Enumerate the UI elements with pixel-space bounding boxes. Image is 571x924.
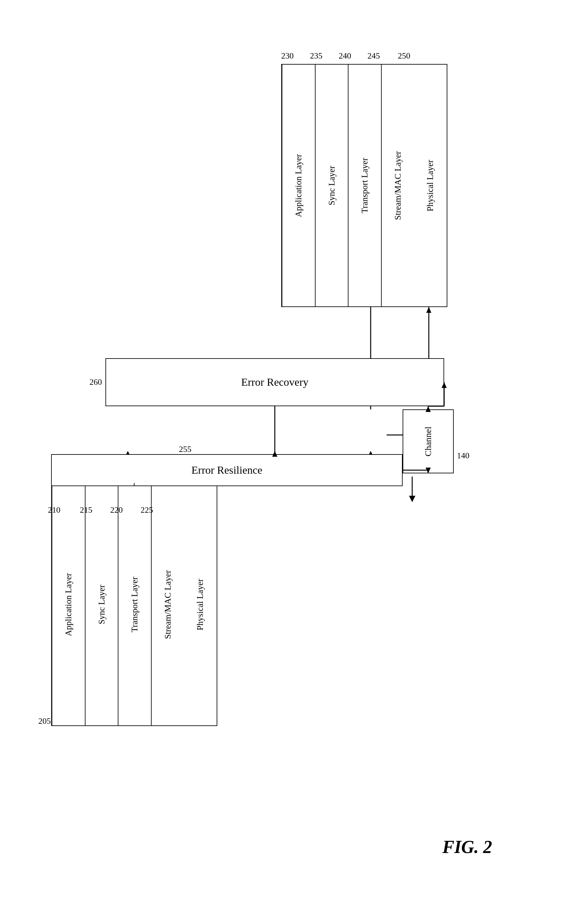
right-stack: Application Layer Sync Layer Transport L… <box>281 64 448 307</box>
channel-box: Channel <box>403 409 454 474</box>
error-resilience-id: 255 <box>179 444 191 454</box>
channel-id: 140 <box>457 451 469 461</box>
right-layer-transport: Transport Layer <box>348 65 381 306</box>
left-stack: Application Layer Sync Layer Transport L… <box>51 483 217 726</box>
right-layer-application: Application Layer <box>282 65 315 306</box>
right-stack-id: 230 <box>281 51 294 61</box>
left-layer-physical: Physical Layer <box>184 484 217 725</box>
left-layer-transport: Transport Layer <box>118 484 151 725</box>
right-layer-stream-mac: Stream/MAC Layer <box>381 65 414 306</box>
svg-marker-14 <box>426 307 431 313</box>
error-recovery-box: Error Recovery <box>105 358 444 406</box>
right-layer-sync: Sync Layer <box>315 65 348 306</box>
left-layer-sync: Sync Layer <box>85 484 118 725</box>
left-layer-210-label: 210 <box>48 505 60 515</box>
svg-marker-12 <box>409 496 415 502</box>
right-layer-physical: Physical Layer <box>414 65 447 306</box>
right-layer-250-label: 250 <box>398 51 410 61</box>
right-layer-240-label: 240 <box>339 51 351 61</box>
error-resilience-box: Error Resilience <box>51 454 403 486</box>
left-layer-220-label: 220 <box>110 505 123 515</box>
right-layer-235-label: 235 <box>310 51 323 61</box>
left-layer-215-label: 215 <box>80 505 93 515</box>
figure-label: FIG. 2 <box>442 837 492 857</box>
left-stack-id: 205 <box>39 717 51 726</box>
diagram-container: 205 Application Layer Sync Layer Transpo… <box>19 19 549 883</box>
right-layer-245-label: 245 <box>367 51 380 61</box>
left-layer-225-label: 225 <box>140 505 153 515</box>
error-recovery-id: 260 <box>90 378 102 387</box>
left-layer-stream-mac: Stream/MAC Layer <box>151 484 184 725</box>
left-layer-application: Application Layer <box>52 484 85 725</box>
